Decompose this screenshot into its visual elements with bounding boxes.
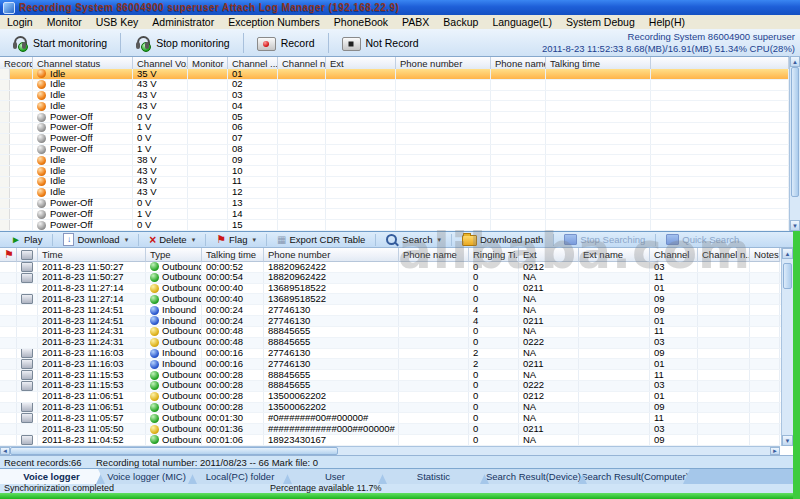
call-cell: 00:01:30 <box>202 413 264 423</box>
idle-status-icon <box>37 167 46 176</box>
call-record-row[interactable]: 2011-8-23 11:24:31Outbound00:00:48888456… <box>0 327 800 338</box>
record-toolbar-button-export-cdr-table[interactable]: ▦Export CDR Table <box>270 232 372 247</box>
channel-row[interactable]: Power-Off1 V06 <box>0 123 800 134</box>
toolbar-button-record[interactable]: Record <box>250 33 322 53</box>
call-cell <box>0 392 17 402</box>
call-record-row[interactable]: 2011-8-23 11:16:03Inbound00:00:162774613… <box>0 349 800 360</box>
dropdown-arrow-icon[interactable]: ▾ <box>437 236 441 244</box>
record-toolbar-button-delete[interactable]: ×Delete▾ <box>142 232 202 247</box>
channel-cell <box>396 166 491 176</box>
call-table-scrollbar[interactable]: ▲ ▼ <box>781 248 793 446</box>
scroll-up-icon[interactable]: ▲ <box>790 56 800 67</box>
record-toolbar-button-search[interactable]: Search▾ <box>379 232 448 247</box>
channel-row[interactable]: Idle38 V09 <box>0 155 800 166</box>
call-record-row[interactable]: 2011-8-23 11:24:31Outbound00:00:48888456… <box>0 338 800 349</box>
menu-item-system-debug[interactable]: System Debug <box>559 16 642 28</box>
column-header-channel-n[interactable]: Channel n... <box>698 248 750 262</box>
tab-user[interactable]: User <box>285 469 385 484</box>
tab-voice-logger[interactable]: Voice logger <box>0 469 103 484</box>
call-record-row[interactable]: 2011-8-23 11:05:50Outbound00:01:36######… <box>0 424 800 435</box>
call-record-row[interactable]: 2011-8-23 11:50:27Outbound00:00:52188209… <box>0 262 800 273</box>
menu-item-phonebook[interactable]: PhoneBook <box>327 16 395 28</box>
toolbar-button-not-record[interactable]: Not Record <box>335 33 426 53</box>
column-header-time[interactable]: Time <box>38 248 146 262</box>
call-cell: Inbound <box>146 305 202 315</box>
call-record-row[interactable]: 2011-8-23 11:15:53Outbound00:00:28888456… <box>0 370 800 381</box>
call-record-row[interactable]: 2011-8-23 11:24:51Inbound00:00:242774613… <box>0 305 800 316</box>
channel-row[interactable]: Idle43 V03 <box>0 91 800 102</box>
channel-row[interactable]: Idle43 V11 <box>0 177 800 188</box>
record-toolbar-button-play[interactable]: ►Play <box>4 232 49 247</box>
record-toolbar-button-download[interactable]: ↓Download▾ <box>56 232 135 247</box>
flag-column-header[interactable]: ⚑ <box>0 248 17 262</box>
channel-row[interactable]: Idle43 V02 <box>0 80 800 91</box>
call-record-row[interactable]: 2011-8-23 11:05:57Outbound00:01:30#0####… <box>0 413 800 424</box>
tab-search-result-computer[interactable]: Search Result(Computer) <box>580 469 690 484</box>
scroll-left-icon[interactable]: ◄ <box>0 447 10 455</box>
menu-item-exception-numbers[interactable]: Exception Numbers <box>221 16 327 28</box>
channel-table-scrollbar[interactable]: ▲ ▼ <box>789 56 800 231</box>
scrollbar-thumb[interactable] <box>783 263 792 289</box>
column-header-phone-number[interactable]: Phone number <box>264 248 399 262</box>
channel-row[interactable]: Idle35 V01 <box>0 69 800 80</box>
tab-statistic[interactable]: Statistic <box>380 469 487 484</box>
call-cell <box>698 294 750 304</box>
channel-row[interactable]: Power-Off0 V07 <box>0 134 800 145</box>
channel-row[interactable]: Power-Off1 V14 <box>0 209 800 220</box>
channel-row[interactable]: Idle43 V04 <box>0 101 800 112</box>
scroll-down-icon[interactable]: ▼ <box>790 220 800 231</box>
scrollbar-thumb[interactable] <box>10 447 338 455</box>
channel-row[interactable]: Power-Off0 V13 <box>0 199 800 210</box>
column-header-type[interactable]: Type <box>146 248 202 262</box>
column-header-channel[interactable]: Channel <box>650 248 698 262</box>
scroll-right-icon[interactable]: ► <box>770 447 780 455</box>
call-record-row[interactable]: 2011-8-23 11:50:27Outbound00:00:54188209… <box>0 273 800 284</box>
menu-item-usb-key[interactable]: USB Key <box>89 16 146 28</box>
toolbar-button-start-monitoring[interactable]: Start monitoring <box>4 33 114 53</box>
call-record-row[interactable]: 2011-8-23 11:15:53Outbound00:00:28888456… <box>0 381 800 392</box>
call-record-row[interactable]: 2011-8-23 11:04:52Outbound00:01:06189234… <box>0 435 800 446</box>
call-record-row[interactable]: 2011-8-23 11:06:51Outbound00:00:28135000… <box>0 403 800 414</box>
tab-search-result-device[interactable]: Search Result(Device) <box>482 469 585 484</box>
record-file-column-header[interactable] <box>17 248 38 262</box>
dropdown-arrow-icon[interactable]: ▾ <box>192 236 196 244</box>
channel-row[interactable]: Power-Off0 V15 <box>0 220 800 231</box>
dropdown-arrow-icon[interactable]: ▾ <box>125 236 129 244</box>
channel-cell <box>651 199 789 209</box>
column-header-ext-name[interactable]: Ext name <box>579 248 650 262</box>
call-record-row[interactable]: 2011-8-23 11:06:51Outbound00:00:28135000… <box>0 392 800 403</box>
channel-row[interactable]: Power-Off1 V08 <box>0 145 800 156</box>
menu-item-login[interactable]: Login <box>0 16 40 28</box>
scroll-up-icon[interactable]: ▲ <box>782 248 793 259</box>
tab-voice-logger-mic[interactable]: Voice logger (MIC) <box>98 469 195 484</box>
menu-item-help-h[interactable]: Help(H) <box>642 16 692 28</box>
menu-item-administrator[interactable]: Administrator <box>145 16 221 28</box>
channel-row[interactable]: Power-Off0 V05 <box>0 112 800 123</box>
menu-item-language-l[interactable]: Language(L) <box>485 16 559 28</box>
menu-item-backup[interactable]: Backup <box>436 16 485 28</box>
call-record-row[interactable]: 2011-8-23 11:27:14Outbound00:00:40136895… <box>0 284 800 295</box>
call-cell: Outbound <box>146 403 202 413</box>
call-record-row[interactable]: 2011-8-23 11:24:51Inbound00:00:242774613… <box>0 316 800 327</box>
toolbar-button-stop-monitoring[interactable]: Stop monitoring <box>127 33 237 53</box>
channel-cell <box>326 80 396 90</box>
call-table-hscrollbar[interactable]: ◄ ► <box>0 446 780 455</box>
channel-row[interactable]: Idle43 V12 <box>0 188 800 199</box>
column-header-phone-name[interactable]: Phone name <box>399 248 469 262</box>
channel-row[interactable]: Idle43 V10 <box>0 166 800 177</box>
tab-local-pc-folder[interactable]: Local(PC) folder <box>190 469 290 484</box>
column-header-ringing-ti[interactable]: Ringing Ti... <box>469 248 519 262</box>
record-toolbar-button-flag[interactable]: ⚑Flag▾ <box>209 232 263 247</box>
menu-item-pabx[interactable]: PABX <box>395 16 436 28</box>
scrollbar-thumb[interactable] <box>791 67 799 197</box>
record-toolbar-button-download-path[interactable]: Download path <box>455 232 550 247</box>
column-header-ext[interactable]: Ext <box>519 248 579 262</box>
call-record-row[interactable]: 2011-8-23 11:16:03Inbound00:00:162774613… <box>0 359 800 370</box>
call-record-row[interactable]: 2011-8-23 11:27:14Outbound00:00:40136895… <box>0 294 800 305</box>
column-header-notes[interactable]: Notes <box>750 248 780 262</box>
menu-item-monitor[interactable]: Monitor <box>40 16 89 28</box>
scroll-down-icon[interactable]: ▼ <box>782 435 793 446</box>
column-header-talking-time[interactable]: Talking time <box>202 248 264 262</box>
channel-cell <box>396 80 491 90</box>
dropdown-arrow-icon[interactable]: ▾ <box>253 236 257 244</box>
